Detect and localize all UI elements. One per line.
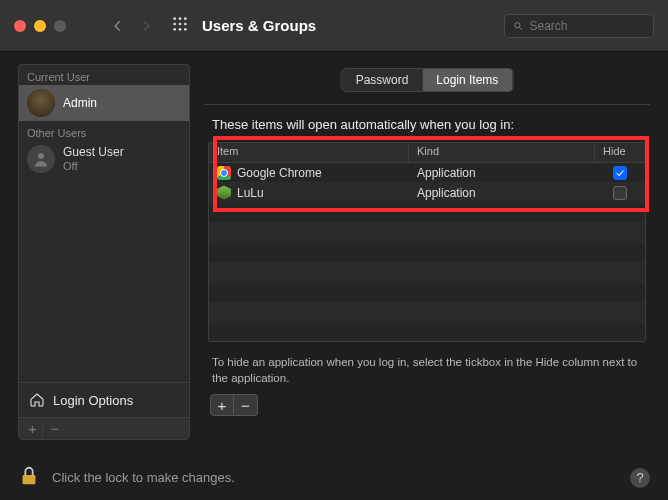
svg-point-5 xyxy=(184,23,187,26)
minimize-window-icon[interactable] xyxy=(34,20,46,32)
tab-login-items[interactable]: Login Items xyxy=(422,69,512,91)
svg-point-4 xyxy=(179,23,182,26)
search-icon xyxy=(513,20,524,32)
search-field[interactable] xyxy=(504,14,654,38)
titlebar: Users & Groups xyxy=(0,0,668,52)
col-kind[interactable]: Kind xyxy=(409,143,595,162)
zoom-window-icon xyxy=(54,20,66,32)
lock-button[interactable] xyxy=(18,465,40,490)
table-row-empty xyxy=(209,283,645,303)
lock-icon xyxy=(18,465,40,487)
table-row-empty xyxy=(209,323,645,342)
table-row[interactable]: LuLu Application xyxy=(209,183,645,203)
tabs: Password Login Items xyxy=(341,68,514,92)
sidebar-item-current-user[interactable]: Admin xyxy=(19,85,189,121)
svg-point-8 xyxy=(184,28,187,31)
col-item[interactable]: Item xyxy=(209,143,409,162)
item-kind: Application xyxy=(409,186,595,200)
svg-rect-12 xyxy=(23,475,36,484)
hint-text: To hide an application when you log in, … xyxy=(212,354,642,386)
add-remove-bar: + − xyxy=(210,394,646,416)
users-sidebar: Current User Admin Other Users Guest Use… xyxy=(18,64,190,440)
sidebar-section-other: Other Users xyxy=(19,121,189,141)
avatar-icon xyxy=(27,89,55,117)
svg-line-10 xyxy=(520,27,523,30)
table-row-empty xyxy=(209,223,645,243)
content-pane: Password Login Items These items will op… xyxy=(204,64,650,440)
item-name: Google Chrome xyxy=(237,166,322,180)
login-options-button[interactable]: Login Options xyxy=(19,382,189,417)
svg-point-2 xyxy=(184,17,187,20)
remove-item-button[interactable]: − xyxy=(234,394,258,416)
help-button[interactable]: ? xyxy=(630,468,650,488)
user-status: Off xyxy=(63,160,124,173)
item-kind: Application xyxy=(409,166,595,180)
sidebar-footer: + − xyxy=(19,417,189,439)
hide-checkbox[interactable] xyxy=(613,166,627,180)
window-controls xyxy=(14,20,66,32)
lock-text: Click the lock to make changes. xyxy=(52,470,618,485)
hide-checkbox[interactable] xyxy=(613,186,627,200)
avatar-icon xyxy=(27,145,55,173)
svg-point-11 xyxy=(38,153,44,159)
sidebar-section-current: Current User xyxy=(19,65,189,85)
user-role: Admin xyxy=(63,96,97,110)
show-all-icon[interactable] xyxy=(172,16,188,35)
tab-password[interactable]: Password xyxy=(342,69,423,91)
col-hide[interactable]: Hide xyxy=(595,143,645,162)
house-icon xyxy=(29,392,45,408)
search-input[interactable] xyxy=(530,19,646,33)
forward-button xyxy=(134,14,158,38)
svg-point-7 xyxy=(179,28,182,31)
back-button[interactable] xyxy=(106,14,130,38)
add-item-button[interactable]: + xyxy=(210,394,234,416)
svg-point-0 xyxy=(173,17,176,20)
svg-point-6 xyxy=(173,28,176,31)
svg-point-3 xyxy=(173,23,176,26)
table-row-empty xyxy=(209,303,645,323)
login-items-table: Item Kind Hide Google Chrome Application xyxy=(208,142,646,342)
add-user-button: + xyxy=(23,421,43,437)
table-row-empty xyxy=(209,203,645,223)
footer: Click the lock to make changes. ? xyxy=(18,465,650,490)
table-header: Item Kind Hide xyxy=(209,143,645,163)
svg-point-1 xyxy=(179,17,182,20)
login-options-label: Login Options xyxy=(53,393,133,408)
section-heading: These items will open automatically when… xyxy=(208,117,646,132)
sidebar-item-guest-user[interactable]: Guest User Off xyxy=(19,141,189,177)
page-title: Users & Groups xyxy=(202,17,316,34)
close-window-icon[interactable] xyxy=(14,20,26,32)
lulu-icon xyxy=(217,186,231,200)
table-row-empty xyxy=(209,263,645,283)
item-name: LuLu xyxy=(237,186,264,200)
user-name: Guest User xyxy=(63,145,124,159)
chrome-icon xyxy=(217,166,231,180)
table-row[interactable]: Google Chrome Application xyxy=(209,163,645,183)
remove-user-button: − xyxy=(45,421,65,437)
svg-point-9 xyxy=(515,22,520,27)
table-row-empty xyxy=(209,243,645,263)
